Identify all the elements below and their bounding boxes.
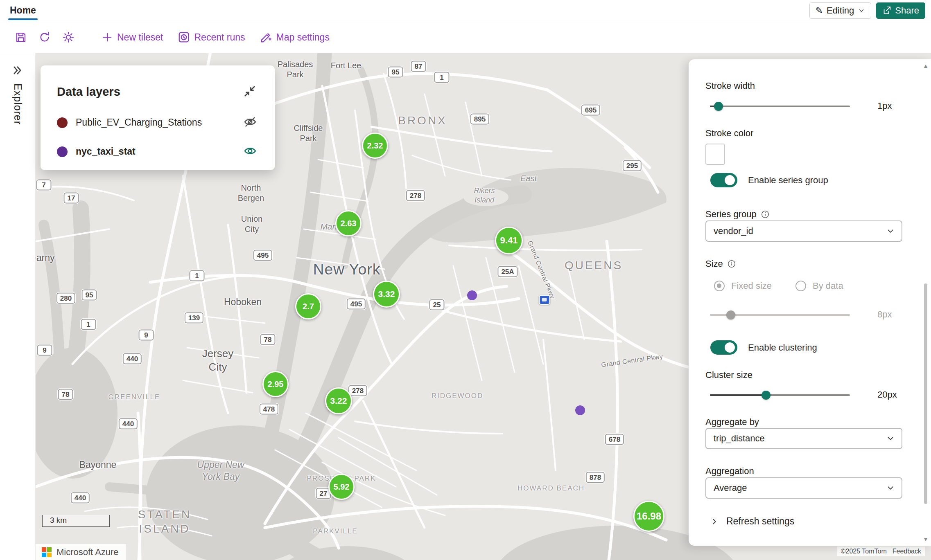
road-shield: 678 — [605, 434, 624, 445]
settings-button[interactable] — [58, 27, 79, 48]
map-label: Rikers Island — [474, 186, 495, 205]
enable-series-group-toggle[interactable] — [710, 173, 737, 187]
road-shield: 25 — [429, 299, 445, 310]
road-shield: 878 — [586, 472, 605, 483]
recent-runs-label: Recent runs — [194, 32, 245, 43]
cluster-bubble[interactable]: 2.95 — [262, 371, 289, 397]
share-button[interactable]: Share — [876, 2, 925, 19]
slider-thumb[interactable] — [762, 391, 771, 400]
layer-name: nyc_taxi_stat — [76, 146, 234, 157]
layer-color-dot — [57, 146, 68, 157]
road-shield: 95 — [388, 67, 403, 78]
double-chevron-right-icon[interactable] — [12, 65, 23, 76]
map-label: Upper New York Bay — [197, 459, 244, 483]
layer-name: Public_EV_Charging_Stations — [76, 117, 234, 128]
toolbar: New tileset Recent runs Map settings — [0, 22, 931, 53]
cluster-bubble[interactable]: 16.98 — [633, 501, 664, 532]
aggregation-value: Average — [714, 483, 747, 493]
map-label: Palisades Park — [278, 59, 313, 80]
visibility-toggle-eye-icon[interactable] — [242, 144, 258, 159]
scroll-up-icon[interactable]: ▲ — [921, 63, 930, 69]
cluster-bubble[interactable]: 2.32 — [362, 133, 388, 159]
save-button[interactable] — [11, 27, 31, 48]
cluster-bubble[interactable]: 3.32 — [373, 281, 400, 308]
size-slider[interactable]: 8px — [705, 310, 902, 320]
cluster-size-slider[interactable]: 20px — [705, 390, 902, 400]
tab-home[interactable]: Home — [10, 5, 36, 16]
feedback-link[interactable]: Feedback — [893, 548, 921, 555]
explorer-rail: Explorer — [0, 53, 36, 560]
collapse-panel-button[interactable] — [241, 83, 258, 101]
refresh-settings-expander[interactable]: Refresh settings — [710, 516, 902, 527]
info-icon[interactable] — [761, 210, 770, 219]
cluster-bubble[interactable]: 2.63 — [335, 210, 362, 236]
road-shield: 78 — [260, 334, 276, 345]
topbar-actions: ✎ Editing Share — [809, 2, 925, 19]
clustering-toggle-row: Enable clustering — [710, 340, 902, 355]
microsoft-logo-icon — [42, 547, 52, 557]
road-shield: 440 — [119, 418, 138, 430]
scrollbar-thumb[interactable] — [924, 283, 927, 504]
map-label: Kearny — [36, 252, 54, 264]
chevron-down-icon — [858, 7, 865, 14]
aggregation-dropdown[interactable]: Average — [705, 477, 902, 499]
info-icon[interactable] — [727, 259, 736, 268]
enable-clustering-toggle[interactable] — [710, 340, 737, 355]
settings-scrollbar[interactable]: ▲ ▼ — [921, 63, 930, 542]
road-shield: 139 — [185, 313, 203, 324]
stroke-width-value: 1px — [877, 101, 892, 111]
cluster-bubble[interactable]: 5.92 — [328, 474, 355, 500]
taxi-point-marker[interactable] — [575, 405, 585, 415]
stroke-color-swatch[interactable] — [705, 144, 725, 165]
cluster-bubble[interactable]: 9.41 — [495, 227, 523, 254]
road-shield: 440 — [123, 353, 142, 364]
map-settings-button[interactable]: Map settings — [254, 27, 335, 48]
data-layers-title: Data layers — [57, 85, 120, 99]
refresh-settings-label: Refresh settings — [726, 516, 794, 527]
new-tileset-button[interactable]: New tileset — [96, 27, 169, 48]
map-copyright: ©2025 TomTom Feedback — [837, 547, 925, 556]
refresh-button[interactable] — [34, 27, 55, 48]
series-group-value: vendor_id — [714, 226, 753, 236]
data-layers-panel: Data layers Public_EV_Charging_Stations … — [41, 65, 275, 170]
map-settings-label: Map settings — [276, 32, 330, 43]
visibility-toggle-eye-off-icon[interactable] — [242, 115, 258, 130]
size-label: Size — [705, 259, 902, 269]
road-shield: 1 — [81, 319, 96, 330]
layer-color-dot — [57, 117, 68, 128]
series-group-dropdown[interactable]: vendor_id — [705, 220, 902, 242]
map-label: Fort Lee — [331, 61, 361, 71]
stroke-color-label: Stroke color — [705, 128, 902, 139]
map-label: Bayonne — [79, 459, 117, 471]
by-data-radio[interactable] — [795, 281, 806, 291]
stroke-width-slider[interactable]: 1px — [705, 101, 902, 111]
road-shield: 25A — [497, 266, 517, 277]
scale-label: 3 km — [50, 516, 67, 524]
map-label: Hoboken — [224, 296, 262, 308]
map-blue-icon[interactable] — [539, 295, 550, 305]
cluster-bubble[interactable]: 3.22 — [325, 387, 352, 414]
editing-button[interactable]: ✎ Editing — [809, 2, 872, 19]
fixed-size-radio[interactable] — [714, 281, 725, 291]
road-shield: 7 — [36, 180, 52, 191]
cluster-bubble[interactable]: 2.7 — [295, 293, 321, 319]
layer-row-ev-charging[interactable]: Public_EV_Charging_Stations — [57, 115, 258, 130]
map-label: GREENVILLE — [108, 393, 160, 401]
recent-runs-button[interactable]: Recent runs — [172, 27, 251, 48]
explorer-label[interactable]: Explorer — [12, 83, 24, 125]
aggregate-by-dropdown[interactable]: trip_distance — [705, 428, 902, 449]
top-bar: Home ✎ Editing Share — [0, 0, 931, 21]
add-icon — [102, 31, 113, 43]
road-shield: 280 — [56, 293, 75, 304]
chevron-down-icon — [886, 484, 895, 493]
layer-row-nyc-taxi[interactable]: nyc_taxi_stat — [57, 144, 258, 159]
size-radio-group: Fixed size By data — [714, 281, 902, 291]
slider-thumb[interactable] — [726, 310, 735, 319]
road-shield: 295 — [623, 160, 642, 171]
taxi-point-marker[interactable] — [467, 290, 477, 300]
slider-thumb[interactable] — [714, 102, 723, 111]
road-shield: 78 — [58, 389, 73, 400]
scroll-down-icon[interactable]: ▼ — [921, 536, 930, 542]
share-icon — [882, 6, 891, 15]
enable-clustering-label: Enable clustering — [748, 342, 817, 353]
